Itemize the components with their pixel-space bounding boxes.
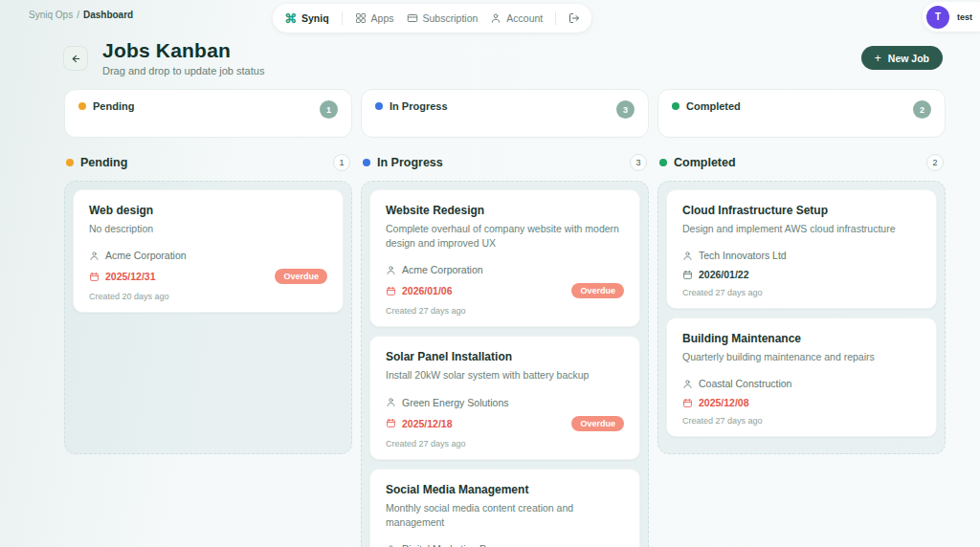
kanban-board: Pending 1 Web design No description Acme… bbox=[64, 154, 946, 547]
job-title: Solar Panel Installation bbox=[386, 350, 624, 363]
job-card[interactable]: Web design No description Acme Corporati… bbox=[73, 189, 344, 313]
breadcrumb-current: Dashboard bbox=[83, 10, 133, 20]
status-dot bbox=[66, 159, 74, 166]
overdue-badge: Overdue bbox=[275, 269, 327, 284]
job-description: No description bbox=[89, 222, 327, 236]
job-due-date: 2026/01/06 bbox=[402, 285, 453, 296]
status-dot bbox=[672, 102, 679, 110]
column-dropzone[interactable]: Website Redesign Complete overhaul of co… bbox=[361, 181, 649, 547]
job-card[interactable]: Social Media Management Monthly social m… bbox=[369, 469, 640, 547]
column-dropzone[interactable]: Web design No description Acme Corporati… bbox=[64, 181, 352, 454]
plus-icon: + bbox=[875, 52, 881, 65]
job-client: Digital Marketing Pro bbox=[402, 543, 495, 547]
calendar-icon bbox=[89, 272, 100, 282]
user-name: test bbox=[957, 12, 972, 22]
grid-icon bbox=[355, 12, 367, 24]
page-header: Jobs Kanban Drag and drop to update job … bbox=[63, 39, 943, 77]
column-header: Completed 2 bbox=[657, 154, 946, 171]
job-card[interactable]: Building Maintenance Quarterly building … bbox=[666, 317, 937, 437]
arrow-left-icon bbox=[71, 54, 81, 64]
person-icon bbox=[682, 379, 693, 389]
column-dropzone[interactable]: Cloud Infrastructure Setup Design and im… bbox=[657, 181, 946, 454]
calendar-icon bbox=[682, 270, 693, 280]
column-count-badge: 2 bbox=[926, 154, 944, 171]
job-client: Acme Corporation bbox=[105, 250, 187, 261]
column-count-badge: 3 bbox=[630, 154, 647, 171]
summary-card-pending: Pending 1 bbox=[64, 89, 352, 138]
nav-divider bbox=[555, 11, 556, 25]
nav-brand-label: Syniq bbox=[301, 12, 329, 24]
job-card[interactable]: Cloud Infrastructure Setup Design and im… bbox=[666, 189, 937, 309]
summary-row: Pending 1 In Progress 3 Completed 2 bbox=[64, 89, 946, 138]
new-job-button[interactable]: + New Job bbox=[861, 46, 943, 70]
job-title: Website Redesign bbox=[386, 204, 624, 217]
status-dot bbox=[659, 159, 667, 166]
summary-count-badge: 2 bbox=[913, 100, 931, 119]
summary-label: Pending bbox=[93, 100, 134, 112]
column-header: In Progress 3 bbox=[361, 154, 649, 171]
calendar-icon bbox=[682, 398, 693, 408]
job-title: Cloud Infrastructure Setup bbox=[682, 204, 921, 217]
calendar-icon bbox=[386, 418, 396, 428]
job-created: Created 20 days ago bbox=[89, 292, 327, 301]
summary-count-badge: 3 bbox=[616, 100, 635, 119]
person-icon bbox=[386, 544, 396, 547]
job-due-date: 2025/12/18 bbox=[402, 418, 453, 429]
topbar: Syniq Ops / Dashboard ⌘ Syniq Apps Subsc… bbox=[0, 0, 980, 34]
person-icon bbox=[89, 251, 100, 261]
job-description: Quarterly building maintenance and repai… bbox=[682, 350, 921, 364]
job-card[interactable]: Solar Panel Installation Install 20kW so… bbox=[369, 336, 640, 459]
summary-label: In Progress bbox=[390, 100, 448, 112]
job-description: Install 20kW solar system with battery b… bbox=[386, 368, 624, 383]
nav-item-account[interactable]: Account bbox=[490, 12, 543, 24]
overdue-badge: Overdue bbox=[571, 283, 624, 298]
job-created: Created 27 days ago bbox=[682, 288, 921, 297]
job-client: Coastal Construction bbox=[699, 378, 791, 389]
summary-label: Completed bbox=[686, 100, 741, 112]
status-dot bbox=[78, 102, 86, 110]
overdue-badge: Overdue bbox=[571, 416, 624, 431]
page-title: Jobs Kanban bbox=[102, 39, 264, 62]
breadcrumb: Syniq Ops / Dashboard bbox=[29, 10, 133, 20]
kanban-column-in-progress: In Progress 3 Website Redesign Complete … bbox=[361, 154, 649, 547]
nav-item-subscription[interactable]: Subscription bbox=[407, 12, 479, 24]
job-created: Created 27 days ago bbox=[682, 416, 921, 426]
nav-brand[interactable]: ⌘ Syniq bbox=[284, 12, 329, 25]
column-count-badge: 1 bbox=[333, 154, 350, 171]
job-client: Acme Corporation bbox=[402, 264, 483, 275]
summary-card-in-progress: In Progress 3 bbox=[361, 89, 649, 138]
person-icon bbox=[386, 397, 396, 407]
person-icon bbox=[386, 265, 396, 275]
job-description: Complete overhaul of company website wit… bbox=[386, 222, 624, 251]
job-created: Created 27 days ago bbox=[386, 306, 624, 316]
job-title: Web design bbox=[89, 204, 327, 217]
page-subtitle: Drag and drop to update job status bbox=[102, 65, 264, 77]
nav-divider bbox=[342, 11, 343, 25]
job-client: Tech Innovators Ltd bbox=[699, 250, 787, 261]
kanban-column-completed: Completed 2 Cloud Infrastructure Setup D… bbox=[657, 154, 946, 454]
column-header: Pending 1 bbox=[64, 154, 352, 171]
job-card[interactable]: Website Redesign Complete overhaul of co… bbox=[369, 189, 640, 327]
column-label: Pending bbox=[80, 156, 127, 169]
job-title: Social Media Management bbox=[386, 483, 624, 496]
job-due-date: 2025/12/08 bbox=[699, 397, 749, 408]
nav-item-apps[interactable]: Apps bbox=[355, 12, 394, 24]
column-label: Completed bbox=[674, 156, 736, 169]
summary-count-badge: 1 bbox=[320, 100, 338, 119]
back-button[interactable] bbox=[63, 46, 88, 71]
kanban-column-pending: Pending 1 Web design No description Acme… bbox=[64, 154, 352, 454]
job-description: Monthly social media content creation an… bbox=[386, 501, 624, 530]
logout-icon[interactable] bbox=[568, 12, 580, 24]
calendar-icon bbox=[386, 286, 396, 296]
avatar: T bbox=[926, 6, 949, 29]
job-due-date: 2025/12/31 bbox=[105, 271, 156, 282]
user-icon bbox=[490, 12, 501, 24]
status-dot bbox=[375, 102, 383, 110]
summary-card-completed: Completed 2 bbox=[657, 89, 946, 138]
user-menu[interactable]: T test bbox=[923, 2, 980, 32]
job-description: Design and implement AWS cloud infrastru… bbox=[682, 222, 921, 236]
new-job-label: New Job bbox=[888, 53, 929, 64]
top-nav: ⌘ Syniq Apps Subscription Account bbox=[273, 4, 591, 33]
column-label: In Progress bbox=[377, 156, 443, 169]
breadcrumb-root[interactable]: Syniq Ops bbox=[29, 10, 73, 20]
